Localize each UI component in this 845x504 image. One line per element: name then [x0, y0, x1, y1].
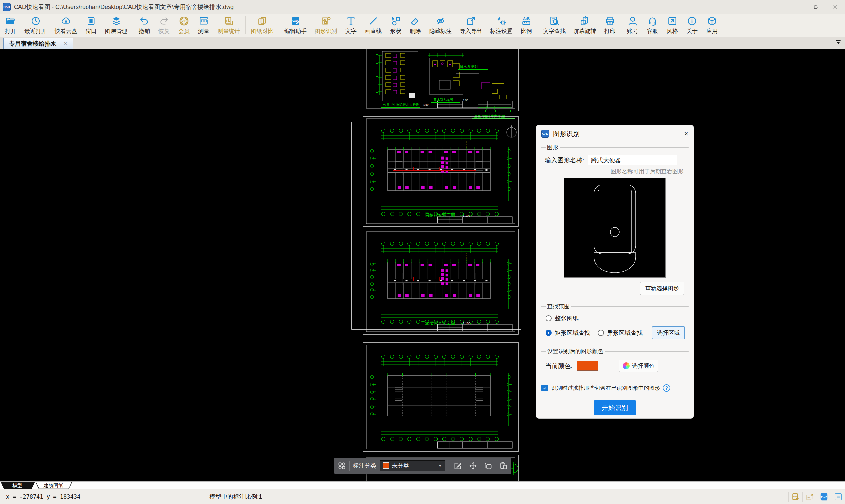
edit-assistant-icon: CAD [289, 15, 301, 27]
cad-drawing-canvas[interactable]: 公共卫生间给排水大样图1:50开水间大样图1:50排水系统图卫生间给排水大样图(… [0, 49, 845, 481]
toolbar-toggle-icon[interactable] [831, 492, 845, 502]
toolbar-item-layer-manager[interactable]: 图层管理 [101, 14, 131, 36]
app-icon: CAD [3, 3, 11, 11]
toolbar-item-account[interactable]: 账号 [623, 14, 642, 36]
copy-annotation-icon[interactable] [483, 461, 493, 471]
filter-checkbox[interactable] [541, 384, 548, 392]
toolbar-item-recent-open[interactable]: 最近打开 [20, 14, 51, 36]
category-dropdown[interactable]: 未分类 ▼ [380, 461, 445, 471]
minimize-icon [794, 4, 800, 10]
shape-name-input[interactable] [588, 155, 677, 165]
svg-text:1:50: 1:50 [423, 103, 428, 106]
shape-recognition-icon [320, 15, 332, 27]
toolbar-item-hide-annotation[interactable]: 隐藏标注 [425, 14, 456, 36]
move-annotation-icon[interactable] [468, 461, 478, 471]
toolbar-item-cloud[interactable]: 快看云盘 [51, 14, 81, 36]
toolbar-item-vip-member[interactable]: VIP会员 [174, 14, 194, 36]
toolbar-item-annotation-settings[interactable]: 标注设置 [486, 14, 516, 36]
edit-annotation-icon[interactable] [453, 461, 463, 471]
toolbar-item-label: 风格 [667, 28, 678, 35]
divider [448, 461, 448, 471]
toolbar-item-shape-recognition[interactable]: 图形识别 [311, 14, 341, 36]
dialog-close-icon[interactable]: × [684, 130, 688, 138]
close-button[interactable] [826, 0, 845, 14]
current-color-swatch[interactable] [577, 361, 598, 371]
start-recognition-button[interactable]: 开始识别 [594, 400, 636, 415]
measure-icon [198, 15, 210, 27]
toolbar-item-label: 窗口 [86, 28, 97, 35]
minimize-button[interactable] [788, 0, 807, 14]
chevron-down-icon [835, 39, 842, 46]
radio-irregular-area-label: 异形区域查找 [607, 329, 642, 337]
toolbar-item-open[interactable]: 打开 [1, 14, 20, 36]
check-icon [543, 386, 547, 391]
select-area-button[interactable]: 选择区域 [652, 326, 685, 339]
svg-text:1:50: 1:50 [463, 99, 468, 102]
svg-text:1:100: 1:100 [463, 322, 470, 325]
toolbar-item-text[interactable]: 文字 [341, 14, 361, 36]
toolbar-divider [279, 16, 279, 34]
tab-overflow-button[interactable] [835, 39, 842, 47]
dialog-header[interactable]: CAD 图形识别 × [536, 125, 694, 142]
reselect-shape-button[interactable]: 重新选择图形 [640, 282, 684, 295]
toolbar-item-label: 比例 [521, 28, 532, 35]
title-bar: CAD CAD快速看图 - C:\Users\ruohan\Desktop\CA… [0, 0, 845, 14]
toolbar-item-scale-ratio[interactable]: A:B比例 [516, 14, 536, 36]
toolbar-item-label: 快看云盘 [55, 28, 77, 35]
toolbar-divider [133, 16, 133, 34]
toolbar-item-label: 隐藏标注 [429, 28, 452, 35]
toolbar-item-drawing-compare[interactable]: 图纸对比 [247, 14, 277, 36]
toolbar-item-import-export[interactable]: 导入导出 [456, 14, 486, 36]
toolbar-item-shape[interactable]: 形状 [386, 14, 405, 36]
toolbar-item-measure[interactable]: 测量 [194, 14, 214, 36]
recent-open-icon [30, 15, 41, 27]
color-wheel-icon [623, 362, 630, 369]
radio-irregular-area[interactable] [598, 330, 604, 336]
tab-model-label: 模型 [12, 483, 22, 488]
choose-color-label: 选择颜色 [632, 362, 654, 370]
paste-annotation-icon[interactable] [498, 461, 508, 471]
tab-building-drawing-label: 建筑图纸 [43, 483, 64, 488]
export-pdf-icon[interactable]: PDF [789, 492, 803, 502]
toolbar-item-apps[interactable]: 应用 [702, 14, 722, 36]
toolbar-item-style[interactable]: 风格 [663, 14, 682, 36]
toolbar-item-undo[interactable]: 撤销 [135, 14, 154, 36]
svg-text:A:B: A:B [523, 17, 530, 21]
status-bar: x = -278741 y = 183434 模型中的标注比例:1 PDF PD… [0, 489, 845, 504]
toolbar-item-label: 图层管理 [105, 28, 127, 35]
toolbar-item-find-text[interactable]: 文字查找 [539, 14, 569, 36]
toolbar-item-about[interactable]: 关于 [682, 14, 702, 36]
close-icon [832, 4, 839, 10]
toolbar-item-rotate-screen[interactable]: 屏幕旋转 [569, 14, 600, 36]
radio-whole-drawing[interactable] [546, 315, 552, 322]
toolbar-item-print[interactable]: 打印 [600, 14, 620, 36]
document-tab[interactable]: 专用宿舍楼给排水 × [3, 38, 73, 49]
batch-export-pdf-icon[interactable]: PDF [803, 492, 816, 502]
toolbar-item-delete[interactable]: 删除 [405, 14, 425, 36]
text-icon [345, 15, 357, 27]
toolbar-item-measure-stats[interactable]: 测量统计 [214, 14, 244, 36]
toolbar-item-label: 删除 [410, 28, 421, 35]
document-tab-close-icon[interactable]: × [64, 40, 67, 47]
radio-rect-area[interactable] [546, 330, 552, 336]
toolbar-item-draw-line[interactable]: 画直线 [361, 14, 386, 36]
choose-color-button[interactable]: 选择颜色 [619, 360, 658, 372]
result-color-group: 设置识别后的图形颜色 当前颜色: 选择颜色 [541, 347, 689, 378]
toolbar-item-edit-assistant[interactable]: CAD编辑助手 [280, 14, 311, 36]
svg-text:PDF: PDF [793, 495, 797, 498]
layer-manager-icon [110, 15, 122, 27]
svg-text:VIP: VIP [182, 19, 186, 23]
search-scope-legend: 查找范围 [546, 303, 571, 310]
toolbar-item-window[interactable]: 窗口 [81, 14, 101, 36]
about-icon [686, 15, 698, 27]
restore-button[interactable] [807, 0, 826, 14]
category-grid-icon[interactable] [337, 461, 346, 471]
pdf-to-dwg-icon[interactable]: P→D [817, 492, 831, 502]
toolbar-item-redo[interactable]: 恢复 [154, 14, 174, 36]
toolbar-item-service[interactable]: 客服 [642, 14, 663, 36]
help-icon[interactable]: ? [663, 384, 670, 392]
toolbar-item-label: 关于 [687, 28, 698, 35]
svg-text:排水系统图: 排水系统图 [460, 65, 478, 69]
svg-text:CAD: CAD [292, 19, 298, 22]
toolbar-item-label: 标注设置 [490, 28, 512, 35]
